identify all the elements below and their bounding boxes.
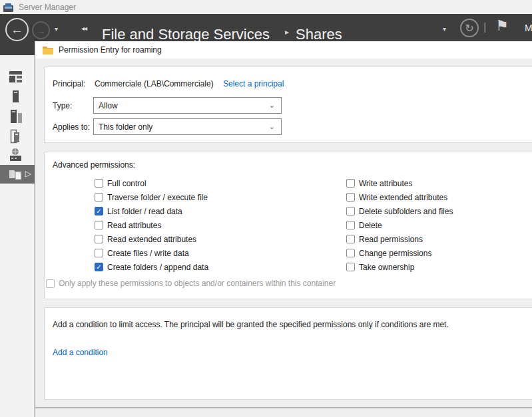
- condition-description: Add a condition to limit access. The pri…: [53, 320, 449, 329]
- permission-entry-dialog: Permission Entry for roaming Principal: …: [35, 41, 532, 417]
- permission-row: Read permissions: [346, 232, 453, 246]
- applies-to-label: Applies to:: [53, 122, 90, 132]
- principal-groupbox: Principal: Commerciale (LAB\Commerciale)…: [44, 67, 532, 143]
- permission-checkbox[interactable]: [346, 207, 355, 215]
- sidebar: ▷: [0, 41, 35, 417]
- permissions-column-right: Write attributesWrite extended attribute…: [346, 176, 453, 274]
- dialog-folder-icon: [43, 46, 53, 55]
- permission-label: Delete subfolders and files: [359, 207, 453, 216]
- dialog-title: Permission Entry for roaming: [59, 45, 162, 55]
- permission-label: Create folders / append data: [107, 263, 208, 272]
- all-servers-icon: [9, 109, 23, 124]
- applies-to-value: This folder only: [99, 122, 152, 132]
- server-manager-window: Server Manager ← → ▾ ◂◂ File and Storage…: [0, 0, 532, 417]
- breadcrumb-section[interactable]: File and Storage Services: [102, 25, 270, 41]
- notifications-flag-icon[interactable]: ⚑: [495, 17, 509, 35]
- breadcrumb-dropdown-icon[interactable]: ▾: [443, 25, 446, 33]
- sidebar-item-dashboard[interactable]: [0, 68, 35, 85]
- permission-checkbox[interactable]: [95, 179, 103, 188]
- permission-checkbox[interactable]: [95, 221, 103, 229]
- type-value: Allow: [99, 101, 118, 110]
- permission-row: ✓Create folders / append data: [95, 260, 208, 274]
- permissions-column-left: Full controlTraverse folder / execute fi…: [95, 176, 208, 274]
- permission-row: Delete: [346, 218, 453, 232]
- dashboard-icon: [9, 70, 23, 83]
- local-server-icon: [9, 90, 23, 103]
- permission-label: Traverse folder / execute file: [107, 193, 208, 202]
- applies-to-dropdown[interactable]: This folder only ⌄: [93, 118, 282, 135]
- permission-row: Read extended attributes: [95, 232, 208, 246]
- permission-checkbox[interactable]: [346, 235, 355, 243]
- type-dropdown[interactable]: Allow ⌄: [93, 97, 282, 114]
- navbar-corner: [0, 41, 35, 55]
- permission-checkbox[interactable]: [346, 179, 355, 188]
- file-storage-services-icon: [9, 148, 23, 162]
- sidebar-item-servers-group[interactable]: [0, 128, 35, 145]
- permission-row: Full control: [95, 176, 208, 190]
- permission-row: ✓List folder / read data: [95, 204, 208, 218]
- permission-label: List folder / read data: [107, 207, 182, 216]
- permission-checkbox[interactable]: [346, 263, 355, 271]
- breadcrumb-separator-icon: ▸: [285, 27, 289, 37]
- permission-row: Delete subfolders and files: [346, 204, 453, 218]
- permission-checkbox[interactable]: [95, 235, 103, 243]
- permission-row: Write extended attributes: [346, 190, 453, 204]
- add-condition-link[interactable]: Add a condition: [53, 348, 108, 357]
- chevron-down-icon: ⌄: [269, 101, 275, 110]
- manage-menu-clipped[interactable]: M: [525, 23, 532, 33]
- back-button[interactable]: ←: [5, 18, 29, 41]
- type-label: Type:: [53, 101, 72, 110]
- select-principal-link[interactable]: Select a principal: [223, 79, 284, 88]
- servers-group-icon: [9, 129, 23, 144]
- permission-checkbox[interactable]: [95, 249, 103, 257]
- history-dropdown-icon[interactable]: ▾: [55, 25, 58, 33]
- permission-label: Delete: [359, 221, 382, 230]
- window-titlebar: Server Manager: [0, 0, 532, 14]
- advanced-permissions-label: Advanced permissions:: [53, 160, 135, 170]
- permission-checkbox[interactable]: ✓: [95, 207, 103, 215]
- shares-folder-icon: [9, 168, 23, 181]
- permission-row: Create files / write data: [95, 246, 208, 260]
- advanced-permissions-groupbox: Advanced permissions: Full controlTraver…: [44, 152, 532, 299]
- breadcrumb-collapse-icon[interactable]: ◂◂: [81, 25, 87, 32]
- only-apply-checkbox[interactable]: [46, 279, 55, 288]
- navigation-bar: ← → ▾ ◂◂ File and Storage Services ▸ Sha…: [0, 14, 532, 41]
- sidebar-item-shares[interactable]: ▷: [0, 165, 35, 184]
- forward-button[interactable]: →: [32, 21, 50, 39]
- window-title: Server Manager: [19, 3, 76, 12]
- permission-label: Create files / write data: [107, 249, 189, 258]
- permission-label: Take ownership: [359, 263, 414, 272]
- permission-checkbox[interactable]: [346, 221, 355, 229]
- permission-row: Write attributes: [346, 176, 453, 190]
- permission-row: Take ownership: [346, 260, 453, 274]
- permission-row: Read attributes: [95, 218, 208, 232]
- permission-checkbox[interactable]: [346, 193, 355, 202]
- sidebar-item-file-storage-services[interactable]: [0, 146, 35, 164]
- sidebar-item-all-servers[interactable]: [0, 108, 35, 125]
- only-apply-label: Only apply these permissions to objects …: [59, 279, 336, 288]
- permission-label: Full control: [107, 179, 146, 188]
- dialog-titlebar[interactable]: Permission Entry for roaming: [35, 41, 532, 59]
- server-manager-icon: [3, 3, 13, 12]
- chevron-down-icon: ⌄: [269, 122, 275, 131]
- permission-label: Read extended attributes: [107, 235, 196, 244]
- permission-row: Traverse folder / execute file: [95, 190, 208, 204]
- permission-row: Change permissions: [346, 246, 453, 260]
- refresh-button[interactable]: ↻: [460, 19, 479, 37]
- permission-checkbox[interactable]: [95, 193, 103, 202]
- permission-checkbox[interactable]: [346, 249, 355, 257]
- only-apply-row: Only apply these permissions to objects …: [46, 279, 336, 288]
- dialog-footer-divider: [35, 407, 532, 408]
- permission-checkbox[interactable]: ✓: [95, 263, 103, 271]
- principal-label: Principal:: [53, 79, 85, 88]
- permission-label: Write extended attributes: [359, 193, 447, 202]
- sidebar-item-local-server[interactable]: [0, 88, 35, 105]
- condition-groupbox: Add a condition to limit access. The pri…: [44, 307, 532, 400]
- permission-label: Read permissions: [359, 235, 423, 244]
- permission-label: Write attributes: [359, 179, 412, 188]
- permission-label: Read attributes: [107, 221, 161, 230]
- permission-label: Change permissions: [359, 249, 431, 258]
- sidebar-expand-icon[interactable]: ▷: [25, 169, 31, 178]
- breadcrumb-page[interactable]: Shares: [296, 25, 342, 41]
- principal-value: Commerciale (LAB\Commerciale): [95, 79, 214, 88]
